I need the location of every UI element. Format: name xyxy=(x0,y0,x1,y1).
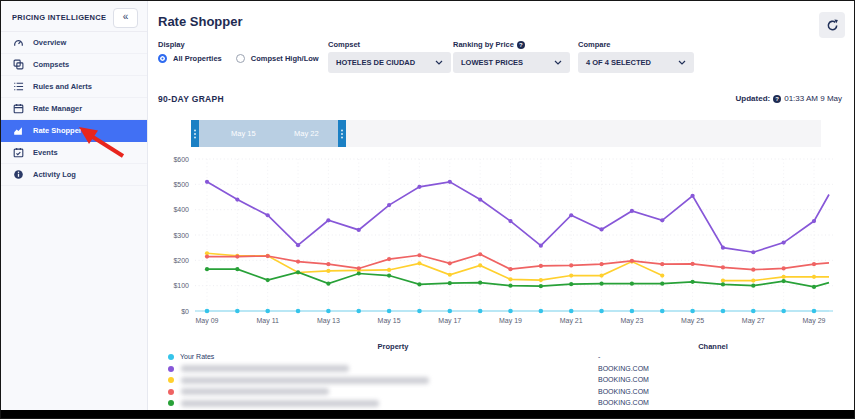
data-point xyxy=(539,284,543,288)
compset-label: Compset xyxy=(328,40,360,49)
ranking-dropdown[interactable]: LOWEST PRICES xyxy=(453,52,570,73)
data-point xyxy=(691,194,695,198)
data-point xyxy=(235,254,239,258)
y-axis-tick: $300 xyxy=(173,232,189,239)
data-point xyxy=(539,309,544,314)
data-point xyxy=(599,262,603,266)
x-axis-tick: May 21 xyxy=(560,317,583,325)
sidebar-item-label: Compsets xyxy=(33,60,69,69)
data-point xyxy=(478,197,482,201)
data-point xyxy=(296,309,301,314)
data-point xyxy=(539,264,543,268)
data-point xyxy=(296,260,300,264)
data-point xyxy=(326,282,330,286)
data-point xyxy=(721,279,725,283)
data-point xyxy=(812,262,816,266)
x-axis-tick: May 15 xyxy=(378,317,401,325)
sidebar-title: PRICING INTELLIGENCE xyxy=(12,13,106,22)
sidebar-collapse-button[interactable]: « xyxy=(113,8,138,28)
legend-property-header: Property xyxy=(308,342,478,351)
date-range-slider[interactable]: May 15 May 22 xyxy=(191,120,821,147)
x-axis-tick: May 29 xyxy=(803,317,826,325)
brush-left-handle[interactable] xyxy=(191,120,199,147)
brush-right-handle[interactable] xyxy=(338,120,346,147)
y-axis-tick: $200 xyxy=(173,257,189,264)
date-range-selection[interactable]: May 15 May 22 xyxy=(191,120,346,147)
data-point xyxy=(691,280,695,284)
copy-icon xyxy=(13,59,24,70)
radio-option-compset-high-low[interactable]: Compset High/Low xyxy=(236,54,319,63)
data-point xyxy=(569,282,573,286)
data-point xyxy=(326,309,331,314)
brush-start-label: May 15 xyxy=(231,129,256,138)
ranking-value: LOWEST PRICES xyxy=(461,58,523,67)
data-point xyxy=(782,279,786,283)
radio-button[interactable] xyxy=(158,54,167,63)
data-point xyxy=(630,309,635,314)
sidebar-item-rules-and-alerts[interactable]: Rules and Alerts xyxy=(1,76,147,98)
sidebar-item-compsets[interactable]: Compsets xyxy=(1,54,147,76)
sidebar-item-activity-log[interactable]: Activity Log xyxy=(1,164,147,186)
sidebar-item-overview[interactable]: Overview xyxy=(1,32,147,54)
data-point xyxy=(448,273,452,277)
data-point xyxy=(751,309,756,314)
x-axis-tick: May 19 xyxy=(499,317,522,325)
data-point xyxy=(478,281,482,285)
sidebar-item-events[interactable]: Events xyxy=(1,142,147,164)
data-point xyxy=(691,262,695,266)
sidebar-item-label: Rate Shopper xyxy=(33,126,82,135)
series-color-dot xyxy=(168,389,174,395)
data-point xyxy=(387,257,391,261)
updated-label: Updated: xyxy=(736,94,771,103)
data-point xyxy=(721,265,725,269)
refresh-button[interactable] xyxy=(819,12,845,38)
data-point xyxy=(266,213,270,217)
data-point xyxy=(205,254,209,258)
data-point xyxy=(660,218,664,222)
series-line-1 xyxy=(205,180,829,255)
chevron-down-icon xyxy=(554,60,562,65)
updated-timestamp: Updated: ? 01:33 AM 9 May xyxy=(736,94,842,103)
redacted-property-name xyxy=(181,388,329,395)
app-window: PRICING INTELLIGENCE « OverviewCompsetsR… xyxy=(0,0,855,419)
data-point xyxy=(599,309,604,314)
data-point xyxy=(630,209,634,213)
sidebar-item-rate-shopper[interactable]: Rate Shopper xyxy=(1,120,147,142)
data-point xyxy=(812,219,816,223)
data-point xyxy=(448,281,452,285)
data-point xyxy=(356,309,361,314)
data-point xyxy=(508,309,513,314)
redacted-property-name xyxy=(181,400,379,407)
help-icon[interactable]: ? xyxy=(517,41,525,49)
ranking-label: Ranking by Price ? xyxy=(453,40,525,49)
data-point xyxy=(569,309,574,314)
sidebar-item-label: Rules and Alerts xyxy=(33,82,92,91)
main-content: Rate Shopper Display All PropertiesComps… xyxy=(148,1,854,418)
help-icon[interactable]: ? xyxy=(773,95,781,103)
calendar-check-icon xyxy=(13,147,24,158)
compare-value: 4 OF 4 SELECTED xyxy=(586,58,651,67)
data-point xyxy=(660,282,664,286)
channel-value: BOOKING.COM xyxy=(598,365,649,372)
sidebar-item-label: Activity Log xyxy=(33,170,76,179)
sidebar-item-rate-manager[interactable]: Rate Manager xyxy=(1,98,147,120)
data-point xyxy=(721,309,726,314)
data-point xyxy=(508,267,512,271)
series-color-dot xyxy=(168,400,174,406)
series-your-rates xyxy=(195,309,833,314)
data-point xyxy=(296,243,300,247)
x-axis-tick: May 09 xyxy=(196,317,219,325)
data-point xyxy=(417,185,421,189)
radio-button[interactable] xyxy=(236,54,245,63)
sidebar: PRICING INTELLIGENCE « OverviewCompsetsR… xyxy=(1,1,148,412)
data-point xyxy=(721,246,725,250)
radio-option-all-properties[interactable]: All Properties xyxy=(158,54,222,63)
compset-dropdown[interactable]: HOTELES DE CIUDAD xyxy=(328,52,451,73)
data-point xyxy=(782,241,786,245)
data-point xyxy=(205,267,209,271)
channel-value: BOOKING.COM xyxy=(598,388,649,395)
data-point xyxy=(660,309,665,314)
legend-row: BOOKING.COM xyxy=(148,387,854,399)
compare-dropdown[interactable]: 4 OF 4 SELECTED xyxy=(578,52,694,73)
data-point xyxy=(417,309,422,314)
